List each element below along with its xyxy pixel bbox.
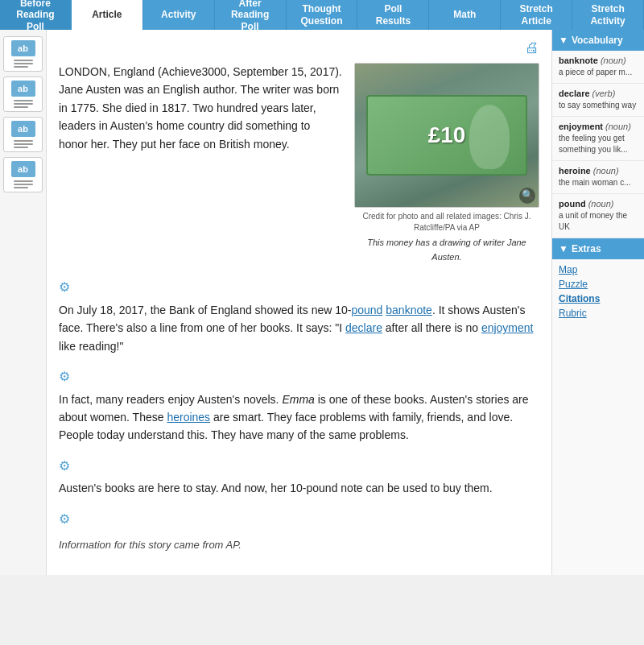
intro-text: LONDON, England (Achieve3000, September … (59, 63, 342, 264)
tab-before-reading-poll[interactable]: Before Reading Poll (0, 0, 72, 30)
paragraph-2: On July 18, 2017, the Bank of England sh… (59, 301, 539, 355)
extras-puzzle-link[interactable]: Puzzle (559, 279, 638, 290)
tool-lines-4 (14, 180, 33, 188)
tool-lines-2 (14, 100, 33, 108)
extras-header[interactable]: ▼ Extras (552, 238, 644, 259)
paragraph-2-block: ⚙ On July 18, 2017, the Bank of England … (59, 277, 539, 355)
vocab-heroine: heroine (noun) the main woman c... (552, 161, 644, 194)
tool-3[interactable]: ab (3, 117, 43, 152)
footer-block: ⚙ Information for this story came from A… (59, 509, 539, 554)
banknote-image: £10 🔍 (354, 63, 539, 208)
tab-thought-question[interactable]: Thought Question (287, 0, 358, 30)
vocabulary-header[interactable]: ▼ Vocabulary (552, 30, 644, 51)
banknote-visual: £10 (366, 95, 527, 176)
extras-citations-link[interactable]: Citations (559, 293, 638, 304)
tab-after-reading-poll[interactable]: After Reading Poll (215, 0, 287, 30)
vocab-pound: pound (noun) a unit of money the UK (552, 194, 644, 238)
extras-label: Extras (572, 243, 601, 254)
audio-icon-3[interactable]: ⚙ (59, 456, 539, 477)
paragraph-3-block: ⚙ In fact, many readers enjoy Austen's n… (59, 366, 539, 444)
vocabulary-section: ▼ Vocabulary banknote (noun) a piece of … (552, 30, 644, 238)
paragraph-4-block: ⚙ Austen's books are here to stay. And n… (59, 456, 539, 498)
extras-section: ▼ Extras Map Puzzle Citations Rubric (552, 238, 644, 327)
extras-rubric-link[interactable]: Rubric (559, 308, 638, 319)
audio-icon-1[interactable]: ⚙ (59, 277, 539, 298)
declare-link[interactable]: declare (345, 321, 382, 334)
tool-icon-1: ab (11, 40, 35, 56)
banknote-link[interactable]: banknote (386, 304, 432, 316)
image-credit: Credit for photo and all related images:… (354, 211, 539, 234)
tab-math[interactable]: Math (429, 0, 501, 30)
intro-paragraph: LONDON, England (Achieve3000, September … (59, 63, 342, 153)
right-sidebar: ▼ Vocabulary banknote (noun) a piece of … (551, 30, 644, 575)
vocab-enjoyment: enjoyment (noun) the feeling you get som… (552, 117, 644, 161)
audio-icon-2[interactable]: ⚙ (59, 366, 539, 387)
tool-lines-1 (14, 60, 33, 68)
image-caption: This money has a drawing of writer Jane … (354, 236, 539, 264)
paragraph-4: Austen's books are here to stay. And now… (59, 479, 539, 497)
vocab-declare: declare (verb) to say something way (552, 84, 644, 117)
tab-article[interactable]: Article (72, 0, 143, 30)
magnify-icon[interactable]: 🔍 (519, 188, 535, 204)
article-content: 🖨 LONDON, England (Achieve3000, Septembe… (47, 30, 551, 575)
tool-icon-3: ab (11, 121, 35, 137)
intro-section: LONDON, England (Achieve3000, September … (59, 63, 539, 264)
article-footer: Information for this story came from AP. (59, 537, 539, 554)
tool-lines-3 (14, 140, 33, 148)
tool-2[interactable]: ab (3, 76, 43, 112)
enjoyment-link[interactable]: enjoyment (481, 321, 534, 334)
audio-icon-4[interactable]: ⚙ (59, 509, 539, 530)
main-layout: ab ab ab ab (0, 30, 644, 575)
emma-em: Emma (282, 393, 314, 406)
vocab-triangle: ▼ (559, 35, 568, 46)
tool-icon-2: ab (11, 81, 35, 97)
extras-list: Map Puzzle Citations Rubric (552, 259, 644, 327)
tab-stretch-article[interactable]: Stretch Article (501, 0, 572, 30)
heroines-link[interactable]: heroines (167, 411, 210, 424)
tab-activity[interactable]: Activity (143, 0, 215, 30)
article-body: LONDON, England (Achieve3000, September … (59, 63, 539, 554)
extras-triangle: ▼ (559, 243, 568, 254)
tool-icon-4: ab (11, 161, 35, 177)
print-button[interactable]: 🖨 (59, 39, 539, 56)
extras-map-link[interactable]: Map (559, 264, 638, 275)
nav-tabs: Before Reading Poll Article Activity Aft… (0, 0, 644, 30)
tool-1[interactable]: ab (3, 36, 43, 72)
tab-poll-results[interactable]: Poll Results (357, 0, 429, 30)
tab-stretch-activity[interactable]: Stretch Activity (572, 0, 644, 30)
banknote-denomination: £10 (428, 118, 466, 154)
tool-4[interactable]: ab (3, 157, 43, 192)
intro-image-wrap: £10 🔍 Credit for photo and all related i… (354, 63, 539, 264)
pound-link[interactable]: pound (351, 304, 382, 316)
paragraph-3: In fact, many readers enjoy Austen's nov… (59, 391, 539, 444)
vocab-banknote: banknote (noun) a piece of paper m... (552, 51, 644, 84)
left-sidebar: ab ab ab ab (0, 30, 47, 575)
vocab-label: Vocabulary (572, 35, 623, 46)
